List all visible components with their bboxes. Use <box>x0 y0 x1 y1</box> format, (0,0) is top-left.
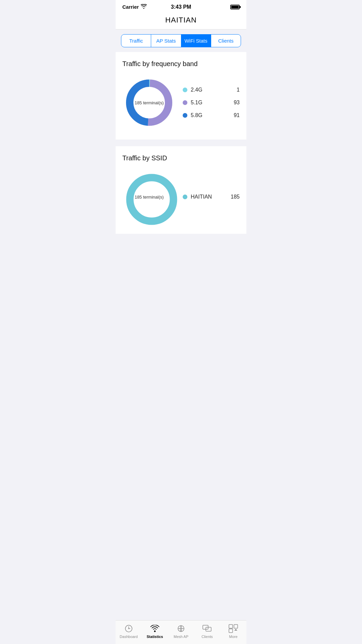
legend-dot-58g <box>183 113 187 118</box>
legend-item-51g: 5.1G 93 <box>183 100 240 106</box>
carrier-wifi: Carrier <box>122 4 147 10</box>
legend-dot-haitian <box>183 195 187 199</box>
legend-value-haitian: 185 <box>231 194 240 200</box>
legend-dot-51g <box>183 100 187 105</box>
legend-value-58g: 91 <box>234 112 240 118</box>
ssid-donut: 185 terminal(s) <box>122 170 176 224</box>
tabs-container: Traffic AP Stats WiFi Stats Clients <box>121 34 241 47</box>
carrier-label: Carrier <box>122 4 139 10</box>
tab-bar: Traffic AP Stats WiFi Stats Clients <box>116 30 246 52</box>
legend-label-58g: 5.8G <box>191 112 202 118</box>
tab-apstats[interactable]: AP Stats <box>151 35 181 47</box>
page-header: HAITIAN <box>116 12 246 30</box>
frequency-section: Traffic by frequency band <box>116 52 246 140</box>
legend-item-58g: 5.8G 91 <box>183 112 240 118</box>
battery-icon <box>230 5 240 9</box>
legend-label-51g: 5.1G <box>191 100 202 106</box>
status-time: 3:43 PM <box>171 4 191 10</box>
ssid-title: Traffic by SSID <box>122 154 240 162</box>
tab-wifistats[interactable]: WiFi Stats <box>181 35 211 47</box>
page-title: HAITIAN <box>165 16 197 24</box>
tab-traffic[interactable]: Traffic <box>121 35 151 47</box>
section-divider <box>116 143 246 146</box>
ssid-chart-container: 185 terminal(s) HAITIAN 185 <box>122 170 240 224</box>
legend-item-24g: 2.4G 1 <box>183 87 240 93</box>
frequency-donut: 185 terminal(s) <box>122 76 176 129</box>
frequency-center-label: 185 terminal(s) <box>135 100 164 105</box>
ssid-center-label: 185 terminal(s) <box>135 195 164 200</box>
legend-value-51g: 93 <box>234 100 240 106</box>
frequency-chart-container: 185 terminal(s) 2.4G 1 5.1G 93 <box>122 76 240 129</box>
legend-label-24g: 2.4G <box>191 87 202 93</box>
ssid-legend: HAITIAN 185 <box>183 194 240 200</box>
legend-dot-24g <box>183 88 187 92</box>
frequency-legend: 2.4G 1 5.1G 93 5.8G 91 <box>183 87 240 118</box>
svg-point-4 <box>130 178 174 221</box>
frequency-title: Traffic by frequency band <box>122 60 240 68</box>
wifi-icon <box>141 4 147 10</box>
legend-value-24g: 1 <box>237 87 240 93</box>
legend-item-haitian: HAITIAN 185 <box>183 194 240 200</box>
legend-label-haitian: HAITIAN <box>191 194 212 200</box>
tab-clients[interactable]: Clients <box>211 35 241 47</box>
ssid-section: Traffic by SSID 185 terminal(s) HAITIAN … <box>116 146 246 234</box>
status-bar: Carrier 3:43 PM <box>116 0 246 12</box>
